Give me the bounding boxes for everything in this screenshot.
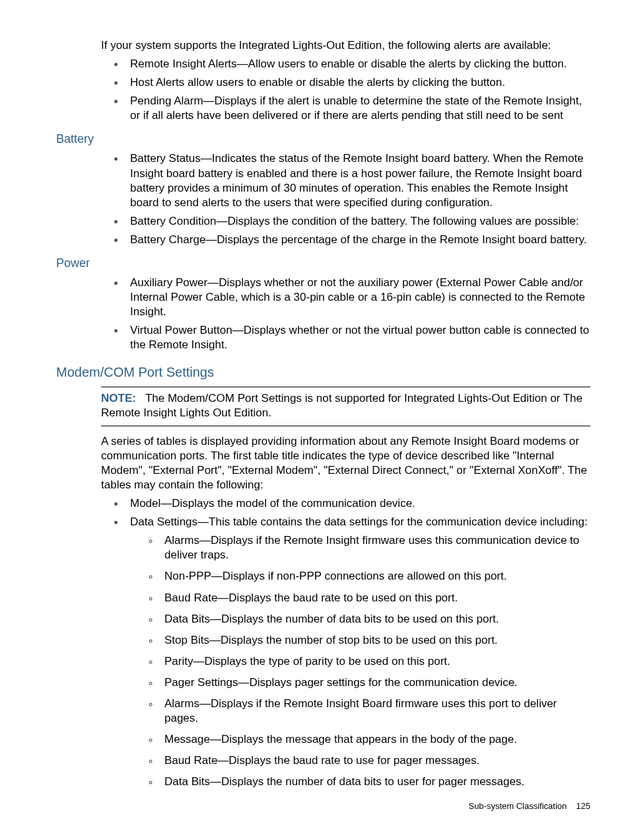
list-item: Parity—Displays the type of parity to be… — [159, 654, 590, 669]
footer-page-number: 125 — [576, 801, 590, 811]
list-item: Stop Bits—Displays the number of stop bi… — [159, 633, 590, 648]
battery-list: Battery Status—Indicates the status of t… — [101, 151, 590, 247]
list-item: Data Bits—Displays the number of data bi… — [159, 612, 590, 627]
note-label: NOTE: — [101, 392, 136, 404]
note-text: The Modem/COM Port Settings is not suppo… — [101, 392, 582, 419]
modem-block: NOTE:The Modem/COM Port Settings is not … — [101, 387, 590, 790]
footer-section: Sub-system Classification — [468, 801, 567, 811]
list-item: Alarms—Displays if the Remote Insight Bo… — [159, 697, 590, 726]
battery-block: Battery Status—Indicates the status of t… — [101, 151, 590, 247]
list-item: Baud Rate—Displays the baud rate to use … — [159, 753, 590, 768]
power-list: Auxiliary Power—Displays whether or not … — [101, 276, 590, 352]
page-footer: Sub-system Classification125 — [468, 801, 590, 811]
power-block: Auxiliary Power—Displays whether or not … — [101, 276, 590, 352]
list-item: Pager Settings—Displays pager settings f… — [159, 675, 590, 690]
intro-para: If your system supports the Integrated L… — [101, 38, 590, 53]
list-item: Remote Insight Alerts—Allow users to ena… — [125, 57, 590, 71]
intro-block: If your system supports the Integrated L… — [101, 38, 590, 123]
list-item: Battery Condition—Displays the condition… — [125, 214, 590, 229]
list-item: Battery Status—Indicates the status of t… — [125, 151, 590, 210]
modem-sublist: Alarms—Displays if the Remote Insight fi… — [130, 533, 590, 789]
list-item: Pending Alarm—Displays if the alert is u… — [125, 94, 590, 123]
heading-modem: Modem/COM Port Settings — [56, 365, 590, 380]
list-item-label: Data Settings—This table contains the da… — [130, 515, 588, 528]
modem-list: Model—Displays the model of the communic… — [101, 496, 590, 789]
list-item: Alarms—Displays if the Remote Insight fi… — [159, 533, 590, 562]
modem-para: A series of tables is displayed providin… — [101, 434, 590, 492]
list-item: Battery Charge—Displays the percentage o… — [125, 233, 590, 247]
note-block: NOTE:The Modem/COM Port Settings is not … — [101, 387, 590, 426]
heading-battery: Battery — [56, 132, 590, 146]
list-item: Non-PPP—Displays if non-PPP connections … — [159, 569, 590, 584]
list-item: Virtual Power Button—Displays whether or… — [125, 323, 590, 352]
heading-power: Power — [56, 256, 590, 270]
list-item: Model—Displays the model of the communic… — [125, 496, 590, 511]
list-item: Baud Rate—Displays the baud rate to be u… — [159, 591, 590, 605]
list-item: Data Settings—This table contains the da… — [125, 515, 590, 789]
list-item: Auxiliary Power—Displays whether or not … — [125, 276, 590, 319]
list-item: Host Alerts allow users to enable or dis… — [125, 75, 590, 90]
list-item: Message—Displays the message that appear… — [159, 732, 590, 747]
intro-list: Remote Insight Alerts—Allow users to ena… — [101, 57, 590, 123]
list-item: Data Bits—Displays the number of data bi… — [159, 775, 590, 789]
page: If your system supports the Integrated L… — [0, 0, 630, 840]
